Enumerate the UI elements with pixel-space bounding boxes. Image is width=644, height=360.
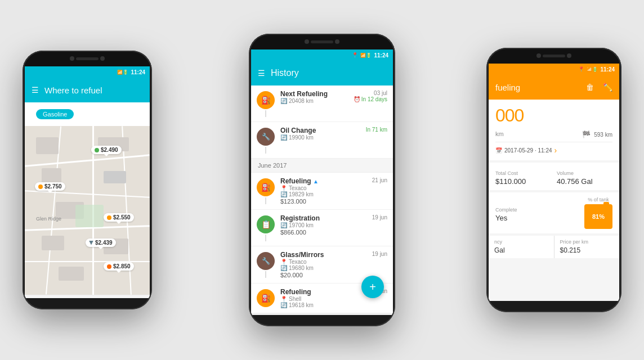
camera-center-2	[335, 39, 339, 44]
oil-change-km: 🔄 19900 km	[280, 134, 360, 141]
next-refueling-status: ⏰ In 12 days	[354, 96, 387, 102]
camera-dot2	[100, 56, 105, 61]
big-km-value: 000	[495, 105, 612, 126]
phone-center: 📍 📶🔋 11:24 ☰ History ⛽ Next Refueling 🔄 …	[249, 34, 395, 326]
glass-content: Glass/Mirrors 📍Texaco 🔄19680 km $20.000	[280, 251, 366, 278]
june-section-header: June 2017	[251, 159, 393, 173]
fuel-icon-next: ⛽	[257, 91, 275, 109]
speaker-center	[311, 40, 333, 43]
tank-pct-value: 81%	[592, 213, 605, 220]
next-refueling-km: 🔄 20408 km	[280, 98, 348, 104]
detail-date: 2017-05-29 · 11:24	[504, 147, 552, 154]
camera-right-1	[536, 53, 541, 58]
phone-left: 📶🔋 11:24 ☰ Where to refuel Gasoline	[23, 51, 152, 309]
fuel-icon-2: ⛽	[257, 289, 275, 307]
edit-icon[interactable]: ✏️	[603, 83, 612, 92]
history-header: ☰ History	[251, 61, 393, 86]
camera-right-2	[567, 53, 571, 58]
timeline-oil-change: 🔧 Oil Change 🔄 19900 km In 71 km	[251, 122, 393, 159]
next-refueling-date: 03 jul	[354, 90, 387, 96]
volume-field: Volume 40.756 Gal	[557, 167, 612, 186]
chevron-right-icon: ›	[554, 146, 557, 155]
signal-icons: 📶🔋	[360, 53, 372, 58]
signal-icons-right: 📶🔋	[587, 67, 598, 72]
price-tag-3[interactable]: $2.550	[104, 213, 134, 222]
status-time-left: 11:24	[131, 69, 145, 75]
oil-icon: 🔧	[257, 128, 275, 146]
tank-visual: 81%	[584, 204, 612, 229]
km-label: km	[495, 130, 504, 137]
oil-change-title: Oil Change	[280, 127, 360, 134]
detail-date-row[interactable]: 📅 2017-05-29 · 11:24 ›	[495, 146, 612, 155]
status-bar-center: 📍 📶🔋 11:24	[251, 50, 393, 61]
status-icons: 📶🔋	[117, 70, 128, 75]
complete-tank-card: Complete Yes % of tank 81%	[489, 192, 619, 233]
price-per-km-cell: Price per km $0.215	[554, 236, 620, 258]
speaker	[76, 57, 99, 60]
timeline-refueling-1: ⛽ Refueling ▲ 📍Texaco 🔄19829 km $123.000…	[251, 173, 393, 210]
oil-change-content: Oil Change 🔄 19900 km	[280, 127, 360, 141]
status-time-right: 11:24	[600, 66, 615, 73]
gasoline-filter[interactable]: Gasoline	[36, 109, 74, 119]
status-bar-right: 📍 📶🔋 11:24	[489, 64, 619, 75]
location-icon-right: 📍	[578, 66, 584, 72]
map-area: $2.490 $2.750 $2.550 $2.439 $2.850	[25, 126, 150, 295]
efficiency-cell: ncy Gal	[489, 236, 554, 258]
timeline-next-refueling: ⛽ Next Refueling 🔄 20408 km 03 jul ⏰ In …	[251, 86, 393, 122]
complete-field: Complete Yes	[495, 204, 517, 222]
reg-icon: 📋	[257, 215, 275, 233]
total-cost-field: Total Cost $110.000	[495, 167, 551, 186]
price-tag-4[interactable]: $2.439	[86, 238, 116, 247]
next-refueling-title: Next Refueling	[280, 90, 348, 98]
location-icon: 📍	[352, 52, 358, 58]
detail-content: 000 km 🏁 593 km 📅 2017-05-29 · 11:24 ›	[489, 100, 619, 301]
delete-icon[interactable]: 🗑	[586, 83, 594, 92]
menu-icon[interactable]: ☰	[32, 86, 39, 94]
timeline-registration: 📋 Registration 🔄19700 km $866.000 19 jun	[251, 210, 393, 246]
camera-dot	[70, 56, 74, 61]
map-label: Glen Ridge	[36, 216, 61, 222]
history-menu-icon[interactable]: ☰	[258, 69, 265, 78]
glass-icon: 🔧	[257, 252, 275, 270]
refueling-2-content: Refueling 📍Shell 🔄19618 km	[280, 288, 366, 308]
range-row: 🏁 593 km	[582, 130, 612, 138]
price-tag-2[interactable]: $2.750	[35, 182, 65, 191]
map-title: Where to refuel	[44, 86, 102, 95]
detail-title: fueling	[495, 83, 582, 92]
more-button[interactable]: ▲ MORE	[25, 295, 150, 298]
status-bar-left: 📶🔋 11:24	[25, 66, 150, 78]
fab-add-button[interactable]: +	[361, 276, 384, 298]
oil-change-status: In 71 km	[366, 127, 387, 133]
status-time-center: 11:24	[374, 52, 388, 58]
bottom-grid: ncy Gal Price per km $0.215	[489, 236, 619, 258]
phone-right: 📍 📶🔋 11:24 fueling 🗑 ✏️ 000 km 🏁 593 km	[486, 48, 621, 312]
refueling-1-content: Refueling ▲ 📍Texaco 🔄19829 km $123.000	[280, 177, 366, 205]
detail-header: fueling 🗑 ✏️	[489, 75, 619, 100]
price-tag-1[interactable]: $2.490	[91, 146, 122, 154]
price-tag-5[interactable]: $2.850	[104, 262, 134, 271]
fuel-icon-1: ⛽	[257, 178, 275, 196]
camera-center-1	[305, 39, 309, 44]
detail-top-card: 000 km 🏁 593 km 📅 2017-05-29 · 11:24 ›	[489, 100, 619, 160]
refueling-1-cost: $123.000	[280, 198, 366, 205]
cost-volume-card: Total Cost $110.000 Volume 40.756 Gal	[489, 163, 619, 190]
history-title: History	[271, 68, 299, 78]
speaker-right	[543, 55, 565, 57]
next-refueling-content: Next Refueling 🔄 20408 km	[280, 90, 348, 104]
map-header: ☰ Where to refuel	[25, 78, 150, 102]
registration-content: Registration 🔄19700 km $866.000	[280, 214, 366, 236]
